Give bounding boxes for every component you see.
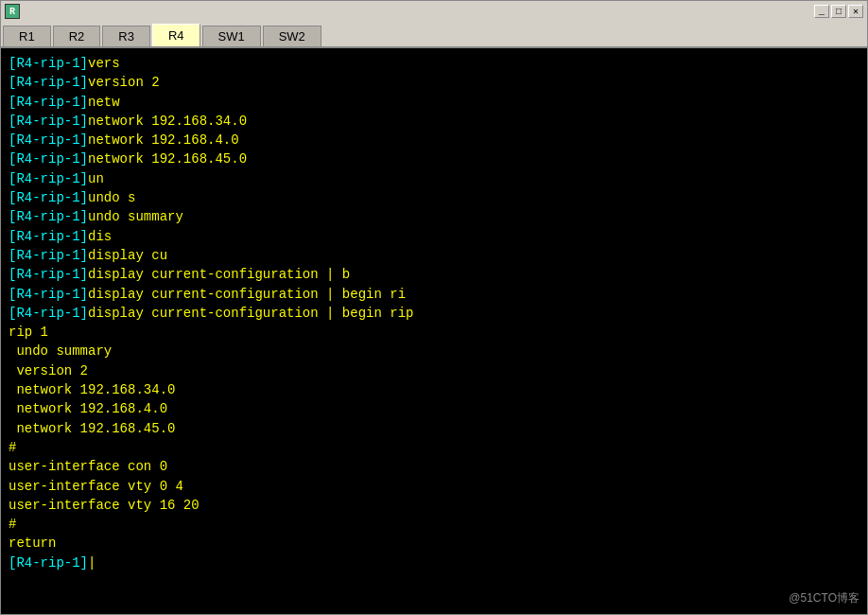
terminal-line: user-interface con 0 (9, 457, 859, 476)
terminal-line: [R4-rip-1]netw (9, 93, 859, 112)
watermark: @51CTO博客 (789, 590, 859, 606)
terminal-line: undo summary (9, 342, 859, 360)
terminal-line: [R4-rip-1]undo summary (9, 207, 859, 226)
terminal-line: [R4-rip-1]display cu (9, 246, 859, 265)
window-frame: R _ □ ✕ R1R2R3R4SW1SW2 [R4-rip-1]vers[R4… (0, 0, 868, 615)
terminal-line: [R4-rip-1]display current-configuration … (9, 285, 859, 304)
tab-r2[interactable]: R2 (53, 26, 101, 46)
terminal-line: network 192.168.45.0 (9, 419, 859, 438)
terminal-line: return (9, 534, 859, 553)
tab-sw2[interactable]: SW2 (263, 26, 321, 46)
minimize-button[interactable]: _ (814, 5, 829, 18)
terminal-line: [R4-rip-1]| (9, 554, 859, 572)
maximize-button[interactable]: □ (831, 5, 846, 18)
tab-r3[interactable]: R3 (102, 26, 150, 46)
title-bar-left: R (5, 4, 26, 19)
tab-r1[interactable]: R1 (3, 26, 51, 46)
tab-sw1[interactable]: SW1 (202, 26, 261, 46)
terminal-line: # (9, 515, 859, 534)
terminal-line: [R4-rip-1]undo s (9, 188, 859, 207)
terminal-line: [R4-rip-1]network 192.168.34.0 (9, 112, 859, 131)
terminal-line: [R4-rip-1]network 192.168.4.0 (9, 131, 859, 149)
terminal[interactable]: [R4-rip-1]vers[R4-rip-1]version 2[R4-rip… (1, 48, 867, 614)
terminal-line: user-interface vty 0 4 (9, 477, 859, 496)
terminal-line: user-interface vty 16 20 (9, 496, 859, 515)
title-bar-controls: _ □ ✕ (814, 5, 863, 18)
terminal-line: [R4-rip-1]dis (9, 227, 859, 246)
close-button[interactable]: ✕ (848, 5, 863, 18)
terminal-line: # (9, 438, 859, 457)
terminal-line: network 192.168.34.0 (9, 380, 859, 399)
terminal-line: network 192.168.4.0 (9, 399, 859, 418)
app-icon: R (5, 4, 20, 19)
terminal-line: version 2 (9, 361, 859, 380)
terminal-line: rip 1 (9, 323, 859, 342)
terminal-line: [R4-rip-1]display current-configuration … (9, 304, 859, 323)
terminal-line: [R4-rip-1]vers (9, 54, 859, 73)
terminal-line: [R4-rip-1]version 2 (9, 73, 859, 92)
terminal-line: [R4-rip-1]display current-configuration … (9, 265, 859, 284)
tab-bar: R1R2R3R4SW1SW2 (1, 22, 867, 48)
terminal-line: [R4-rip-1]un (9, 169, 859, 188)
tab-r4[interactable]: R4 (152, 24, 200, 46)
title-bar: R _ □ ✕ (1, 1, 867, 22)
terminal-line: [R4-rip-1]network 192.168.45.0 (9, 149, 859, 168)
